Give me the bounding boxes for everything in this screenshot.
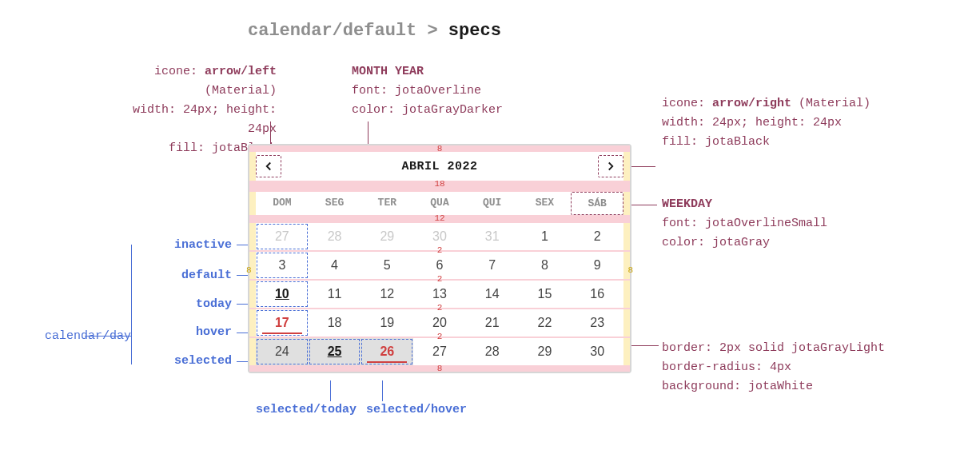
spacing-overlay: 8 xyxy=(249,145,630,152)
spacing-overlay: 8 xyxy=(249,365,630,372)
calendar-day[interactable]: 26 xyxy=(361,338,413,365)
calendar-day[interactable]: 4 xyxy=(309,252,361,279)
calendar-day[interactable]: 28 xyxy=(466,338,519,365)
calendar-day[interactable]: 14 xyxy=(466,281,519,308)
calendar-day[interactable]: 23 xyxy=(571,309,623,337)
calendar-day[interactable]: 3 xyxy=(256,252,309,279)
calendar-row: 17181920212223 xyxy=(249,309,630,337)
calendar-day[interactable]: 2 xyxy=(571,223,623,250)
weekday-label: TER xyxy=(361,192,413,215)
calendar-day[interactable]: 22 xyxy=(519,309,572,337)
calendar-day[interactable]: 5 xyxy=(361,252,413,279)
spacing-overlay: 12 xyxy=(249,215,630,223)
annotation-line: icone: arrow/left (Material) xyxy=(101,62,277,101)
weekday-label: SEG xyxy=(309,192,361,215)
callout-default: default xyxy=(136,269,232,282)
calendar-day[interactable]: 31 xyxy=(466,223,519,250)
annotation-month-year: MONTH YEAR font: jotaOverline color: jot… xyxy=(352,62,503,120)
calendar-row: 24252627282930 xyxy=(249,338,630,365)
annotation-line: border: 2px solid jotaGrayLight xyxy=(662,339,885,358)
chevron-left-icon xyxy=(261,159,276,173)
annotation-line: font: jotaOverline xyxy=(352,82,503,101)
leader-line-blue xyxy=(330,380,331,401)
calendar-day[interactable]: 11 xyxy=(309,281,361,308)
annotation-weekday: WEEKDAY font: jotaOverlineSmall color: j… xyxy=(662,195,827,253)
calendar-day[interactable]: 10 xyxy=(256,281,309,308)
calendar-day[interactable]: 16 xyxy=(571,281,623,308)
calendar-day[interactable]: 29 xyxy=(361,223,413,250)
weekday-label: QUA xyxy=(413,192,466,215)
annotation-line: fill: jotaBlack xyxy=(662,133,870,152)
spacing-value: 8 xyxy=(437,144,443,153)
breadcrumb: calendar/default > specs xyxy=(248,21,501,41)
annotation-line: background: jotaWhite xyxy=(662,377,885,396)
calendar-day[interactable]: 12 xyxy=(361,281,413,308)
leader-line-blue xyxy=(382,380,383,401)
annotation-border: border: 2px solid jotaGrayLight border-r… xyxy=(662,339,885,396)
calendar-day[interactable]: 18 xyxy=(309,309,361,337)
leader-line-blue xyxy=(85,336,131,337)
calendar-day[interactable]: 27 xyxy=(256,223,309,250)
next-month-button[interactable] xyxy=(598,155,623,177)
callout-hover: hover xyxy=(136,325,232,339)
annotation-line: MONTH YEAR xyxy=(352,62,503,82)
weekday-label: QUI xyxy=(466,192,519,215)
calendar-day[interactable]: 7 xyxy=(466,252,519,279)
calendar-day[interactable]: 6 xyxy=(413,252,466,279)
callout-inactive: inactive xyxy=(136,238,232,252)
calendar-day[interactable]: 9 xyxy=(571,252,623,279)
calendar-day[interactable]: 30 xyxy=(413,223,466,250)
spacing-overlay: 18 xyxy=(249,181,630,192)
annotation-line: color: jotaGrayDarker xyxy=(352,101,503,120)
annotation-line: color: jotaGray xyxy=(662,233,827,253)
calendar-day[interactable]: 20 xyxy=(413,309,466,337)
calendar-day[interactable]: 24 xyxy=(256,338,309,365)
annotation-line: WEEKDAY xyxy=(662,195,827,214)
calendar-component: 8 8 8 ABRIL 2022 18 DOMSEGTERQUAQUISEXSÁ… xyxy=(248,144,631,373)
calendar-day[interactable]: 19 xyxy=(361,309,413,337)
weekday-label: DOM xyxy=(256,192,309,215)
calendar-day[interactable]: 29 xyxy=(519,338,572,365)
spacing-value: 18 xyxy=(434,179,444,189)
leader-line-blue xyxy=(131,245,132,364)
breadcrumb-path: calendar/default > xyxy=(248,21,438,41)
calendar-day[interactable]: 25 xyxy=(309,338,361,365)
calendar-day[interactable]: 27 xyxy=(413,338,466,365)
annotation-line: width: 24px; height: 24px xyxy=(662,114,870,133)
calendar-row: 272829303112 xyxy=(249,223,630,250)
annotation-arrow-right: icone: arrow/right (Material) width: 24p… xyxy=(662,94,870,152)
breadcrumb-current: specs xyxy=(448,21,501,41)
calendar: 8 8 8 ABRIL 2022 18 DOMSEGTERQUAQUISEXSÁ… xyxy=(248,144,631,373)
weekday-label: SÁB xyxy=(571,192,623,215)
annotation-line: icone: arrow/right (Material) xyxy=(662,94,870,114)
calendar-row: 3456789 xyxy=(249,252,630,279)
calendar-row: 10111213141516 xyxy=(249,281,630,308)
annotation-line: width: 24px; height: 24px xyxy=(101,101,277,139)
leader-line xyxy=(631,345,659,346)
weekday-row: DOMSEGTERQUAQUISEXSÁB xyxy=(249,192,630,215)
calendar-day[interactable]: 15 xyxy=(519,281,572,308)
callout-selected-hover: selected/hover xyxy=(349,403,484,416)
chevron-right-icon xyxy=(604,159,618,173)
calendar-day[interactable]: 8 xyxy=(519,252,572,279)
calendar-day[interactable]: 30 xyxy=(571,338,623,365)
calendar-day[interactable]: 21 xyxy=(466,309,519,337)
calendar-day[interactable]: 17 xyxy=(256,309,309,337)
prev-month-button[interactable] xyxy=(256,155,281,177)
annotation-line: border-radius: 4px xyxy=(662,358,885,377)
annotation-line: font: jotaOverlineSmall xyxy=(662,214,827,233)
calendar-day[interactable]: 13 xyxy=(413,281,466,308)
calendar-day[interactable]: 1 xyxy=(519,223,572,250)
callout-today: today xyxy=(136,297,232,311)
calendar-title: ABRIL 2022 xyxy=(401,160,477,173)
weekday-label: SEX xyxy=(519,192,572,215)
calendar-header: ABRIL 2022 xyxy=(249,152,630,181)
calendar-grid: 2728293031122345678921011121314151621718… xyxy=(249,223,630,365)
calendar-day[interactable]: 28 xyxy=(309,223,361,250)
callout-selected: selected xyxy=(136,354,232,368)
spacing-value: 12 xyxy=(434,213,444,223)
